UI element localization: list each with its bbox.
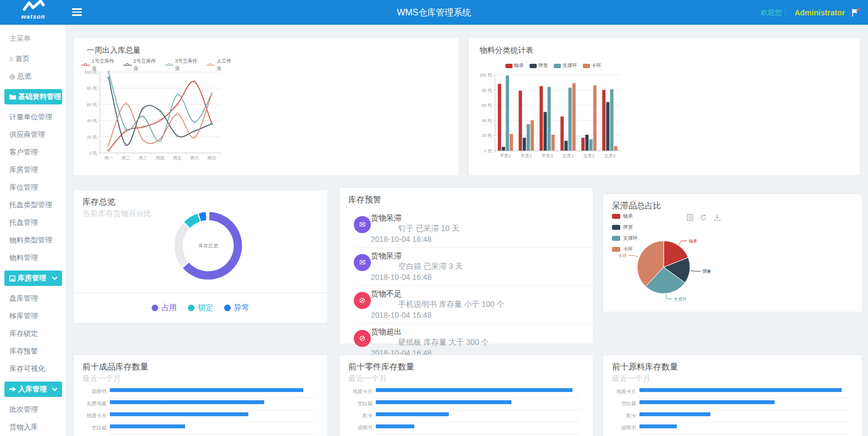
- hbar-bar[interactable]: [376, 400, 511, 404]
- sidebar-item-货物入库[interactable]: 货物入库: [0, 418, 66, 436]
- sidebar-item-移库管理[interactable]: 移库管理: [0, 307, 66, 325]
- restore-icon[interactable]: [700, 214, 707, 221]
- legend-item-轴承[interactable]: 轴承: [612, 213, 638, 220]
- hbar-label: 空白箱: [603, 400, 636, 407]
- legend-item-弹簧[interactable]: 弹簧: [530, 62, 548, 69]
- bar-chart-legend: 轴承弹簧支撑环卡环: [476, 62, 630, 69]
- top-header: watson WMS仓库管理系统 欢迎您： Administrator: [0, 0, 868, 25]
- data-view-icon[interactable]: [687, 214, 693, 221]
- svg-text:库存总览: 库存总览: [198, 243, 218, 249]
- chevron-down-icon: [52, 385, 58, 391]
- hbar-label: 说明书: [74, 388, 107, 395]
- hbar-row: 瓦楞纸板: [74, 398, 327, 410]
- card-title: 库存总览: [82, 197, 115, 207]
- sidebar-item-库存可视化[interactable]: 库存可视化: [0, 360, 66, 378]
- sidebar-item-库存锁定[interactable]: 库存锁定: [0, 325, 66, 343]
- sidebar-item-库存预警[interactable]: 库存预警: [0, 343, 66, 360]
- chart-toolbox: [687, 214, 721, 221]
- hbar-label: 空白箱: [74, 424, 107, 432]
- sidebar-section-label: 主菜单: [0, 25, 66, 50]
- sidebar-item-托盘类型管理[interactable]: 托盘类型管理: [0, 196, 66, 214]
- alert-list: ✉货物呆滞钉子 已呆滞 10 天2018-10-04 16:48✉货物呆滞空白箱…: [340, 210, 593, 361]
- sidebar-item-客户管理[interactable]: 客户管理: [0, 144, 66, 161]
- card-top-finished-goods: 前十成品库存数量 最近一个月 说明书瓦楞纸板纸质卡片空白箱: [73, 355, 328, 436]
- alert-title: 货物呆滞: [371, 213, 587, 223]
- hbar-row: 纸质卡片: [340, 386, 593, 398]
- alert-item[interactable]: ✉货物呆滞空白箱 已呆滞 3 天2018-10-04 16:48: [340, 248, 593, 285]
- alert-item[interactable]: ✉货物呆滞钉子 已呆滞 10 天2018-10-04 16:48: [340, 210, 593, 247]
- notification-flag-icon[interactable]: [850, 8, 860, 18]
- alert-item[interactable]: ⊘货物不足手机说明书 库存量 小于 100 个2018-10-04 16:48: [340, 286, 593, 323]
- sidebar-group-基础资料管理[interactable]: 基础资料管理: [4, 89, 62, 104]
- legend-item-支撑环[interactable]: 支撑环: [554, 62, 577, 69]
- legend-item-轴承[interactable]: 轴承: [505, 62, 524, 69]
- svg-text:轴承: 轴承: [689, 239, 698, 244]
- svg-text:40 托: 40 托: [482, 118, 492, 123]
- card-title: 前十零件库存数量: [348, 362, 414, 372]
- hbar-bar[interactable]: [376, 412, 449, 416]
- svg-text:0 托: 0 托: [89, 151, 97, 156]
- stagnant-pie-chart: 轴承弹簧支撑环卡环: [603, 231, 784, 313]
- sidebar-item-库位管理[interactable]: 库位管理: [0, 179, 66, 196]
- legend-item-占用[interactable]: 占用: [152, 303, 177, 313]
- svg-text:立库1: 立库1: [563, 153, 574, 158]
- alert-title: 货物呆滞: [371, 251, 587, 261]
- sidebar-item-总览[interactable]: ◎总览: [0, 68, 66, 85]
- sidebar-item-托盘管理[interactable]: 托盘管理: [0, 214, 66, 231]
- card-top-raw-materials: 前十原料库存数量 最近一个月 纸质卡片空白箱彩卡说明书: [603, 355, 863, 436]
- hbar-bar[interactable]: [110, 412, 248, 416]
- sidebar-item-计量单位管理[interactable]: 计量单位管理: [0, 108, 66, 126]
- legend-item-异常[interactable]: 异常: [224, 303, 249, 313]
- hbar-bar[interactable]: [110, 400, 264, 404]
- hbar-row: 空白箱: [603, 398, 862, 410]
- sidebar-item-库房管理[interactable]: 库房管理: [0, 161, 66, 179]
- raw-hbar-chart: 纸质卡片空白箱彩卡说明书: [603, 386, 862, 436]
- sidebar-item-首页[interactable]: ⌂首页: [0, 50, 66, 68]
- overview-icon: ◎: [9, 73, 15, 80]
- sidebar-item-批次管理[interactable]: 批次管理: [0, 401, 66, 418]
- alert-title: 货物不足: [371, 289, 587, 299]
- hbar-row: 纸质卡片: [603, 386, 862, 398]
- dashboard: 一周出入库总量 1号立库作业2号立库作业3号立库作业人工作业 0 托20 托40…: [66, 25, 868, 436]
- alert-time: 2018-10-04 16:48: [371, 310, 587, 321]
- alert-desc: 手机说明书 库存量 小于 100 个: [371, 299, 587, 310]
- sidebar-item-盘库管理[interactable]: 盘库管理: [0, 290, 66, 307]
- svg-text:平库2: 平库2: [521, 153, 532, 158]
- card-title: 呆滞品总占比: [612, 201, 661, 211]
- mail-icon: ✉: [354, 216, 371, 233]
- sidebar-group-入库管理[interactable]: 入库管理: [4, 382, 62, 397]
- card-title: 一周出入库总量: [87, 46, 141, 56]
- hbar-row: 说明书: [340, 422, 593, 434]
- svg-text:支撑环: 支撑环: [674, 297, 687, 302]
- card-inventory-overview: 库存总览 当前库存货物百分比 库存总览 占用锁定异常: [73, 190, 328, 323]
- card-subtitle: 当前库存货物百分比: [82, 209, 152, 219]
- sidebar-item-物料类型管理[interactable]: 物料类型管理: [0, 231, 66, 249]
- hbar-bar[interactable]: [110, 424, 185, 428]
- material-bar-chart: 0 托20 托40 托60 托80 托100 托平库1平库2平库3立库1立库2立…: [476, 70, 636, 165]
- download-icon[interactable]: [714, 214, 721, 221]
- inventory-donut-chart: 库存总览: [167, 205, 249, 287]
- alert-time: 2018-10-04 16:48: [371, 234, 587, 245]
- hbar-row: 彩卡: [603, 410, 862, 422]
- finished-hbar-chart: 说明书瓦楞纸板纸质卡片空白箱: [74, 386, 327, 436]
- hbar-bar[interactable]: [639, 400, 775, 404]
- username[interactable]: Administrator: [794, 8, 845, 17]
- hbar-bar[interactable]: [639, 388, 842, 392]
- sidebar-item-物料管理[interactable]: 物料管理: [0, 249, 66, 267]
- legend-item-锁定[interactable]: 锁定: [188, 303, 213, 313]
- hbar-bar[interactable]: [639, 424, 677, 428]
- alert-time: 2018-10-04 16:48: [371, 272, 587, 283]
- hbar-bar[interactable]: [110, 388, 303, 392]
- legend-item-卡环[interactable]: 卡环: [583, 62, 602, 69]
- svg-text:20 托: 20 托: [482, 133, 492, 138]
- hbar-bar[interactable]: [376, 388, 572, 392]
- sidebar-group-库房管理[interactable]: 库房管理: [4, 271, 62, 286]
- svg-text:20 托: 20 托: [87, 135, 97, 140]
- legend-item-弹簧[interactable]: 弹簧: [612, 224, 638, 231]
- card-title: 库存预警: [348, 195, 381, 205]
- hbar-bar[interactable]: [639, 412, 710, 416]
- hbar-label: 说明书: [340, 424, 372, 432]
- card-title: 前十成品库存数量: [82, 362, 148, 372]
- sidebar-item-供应商管理[interactable]: 供应商管理: [0, 126, 66, 144]
- hbar-bar[interactable]: [376, 424, 414, 428]
